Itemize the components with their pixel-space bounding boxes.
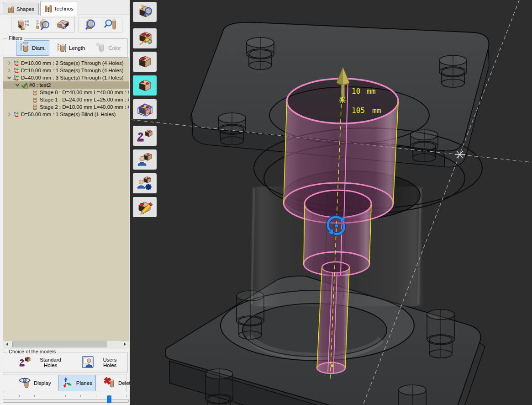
length-filter-icon <box>57 42 67 54</box>
chevron-collapsed-icon[interactable] <box>7 112 11 117</box>
techno-wizard-button[interactable] <box>133 28 157 48</box>
tree-item-label: Stage 1 : D=24.00 mm L=25.00 mm : # <box>40 97 129 102</box>
axis-end-point <box>331 364 333 367</box>
hole-tree-box: D=10.00 mm : 2 Stage(s) Through (4 Holes… <box>3 58 129 348</box>
filter-length-button[interactable]: Length <box>53 40 89 56</box>
chevron-collapsed-icon[interactable] <box>7 61 11 65</box>
planes-label: Planes <box>76 380 92 386</box>
filters-title: Filters <box>7 35 24 41</box>
scrollbar-track[interactable] <box>11 341 121 348</box>
tree-item-label: D=10.00 mm : 1 Stage(s) Through (4 Holes… <box>21 68 123 73</box>
user-holes-button[interactable] <box>133 149 157 170</box>
transparency-slider[interactable] <box>3 394 128 404</box>
color-filter-icon <box>96 42 106 54</box>
display-eye-icon <box>19 377 32 389</box>
toolbar-group-zoom <box>79 17 122 32</box>
toolbar-group-select <box>11 17 75 32</box>
tab-shapes[interactable]: Shapes <box>3 3 39 15</box>
chevron-expanded-icon[interactable] <box>7 75 11 80</box>
standard-holes-button[interactable]: Standard Holes <box>15 354 72 371</box>
shapes-icon <box>7 6 14 13</box>
slider-thumb[interactable] <box>107 395 111 403</box>
tab-technos-label: Technos <box>54 6 74 11</box>
user-settings-button[interactable] <box>133 173 157 193</box>
delete-x-icon <box>103 377 116 389</box>
tree-item-test2[interactable]: #0 : test2 <box>3 81 129 89</box>
zoom-on-techno-button[interactable] <box>81 17 100 32</box>
users-holes-icon <box>82 356 94 369</box>
scroll-left-arrow[interactable] <box>3 341 11 348</box>
display-label: Display <box>34 380 51 386</box>
users-holes-button[interactable]: Users Holes <box>78 354 127 371</box>
technos-panel: Shapes Technos <box>0 0 130 405</box>
hole-group-icon <box>13 60 20 67</box>
filter-diameter-label: Diam. <box>32 45 46 51</box>
svg-text:?: ? <box>141 4 145 11</box>
viewport-3d[interactable]: 10mm 105mm ? <box>130 0 532 405</box>
planes-axes-icon <box>62 377 74 389</box>
right-triangle-icon <box>124 342 126 346</box>
planes-button[interactable]: Planes <box>58 375 96 391</box>
tree-item-label: D=10.00 mm : 2 Stage(s) Through (4 Holes… <box>21 60 123 66</box>
tab-shapes-label: Shapes <box>16 6 34 12</box>
tree-item-label: D=50.00 mm : 1 Stage(s) Blind (1 Holes) <box>21 112 116 117</box>
stage-cylinder-icon <box>32 96 38 103</box>
tree-item-d10-2stage[interactable]: D=10.00 mm : 2 Stage(s) Through (4 Holes… <box>3 59 129 67</box>
cad-scene[interactable]: 10mm 105mm <box>130 0 532 405</box>
check-icon <box>21 82 28 89</box>
standard-holes-icon <box>19 356 31 369</box>
panel-tabbar: Shapes Technos <box>0 0 130 15</box>
filter-color-button[interactable]: Color <box>92 40 124 56</box>
stage-cylinder-icon <box>32 89 38 96</box>
tree-item-label: #0 : test2 <box>29 82 51 88</box>
models-groupbox: Choice of the models Standard Holes User… <box>3 352 128 373</box>
tree-item-d50-blind[interactable]: D=50.00 mm : 1 Stage(s) Blind (1 Holes) <box>3 111 129 118</box>
hole-tree: D=10.00 mm : 2 Stage(s) Through (4 Holes… <box>3 58 129 340</box>
models-title: Choice of the models <box>7 349 58 354</box>
axis-origin-marker <box>339 97 346 103</box>
search-techno-tree-button[interactable] <box>34 17 52 32</box>
hole-group-icon <box>13 67 20 74</box>
tree-item-label: D=40.00 mm : 3 Stage(s) Through (1 Holes… <box>21 75 123 80</box>
hole-group-icon <box>13 75 20 81</box>
left-triangle-icon <box>6 342 8 346</box>
display-button[interactable]: Display <box>15 375 55 391</box>
holes-single-button[interactable] <box>133 52 157 72</box>
tree-item-stage0[interactable]: Stage 0 : D=40.00 mm L=40.00 mm : # <box>3 89 129 96</box>
chevron-expanded-icon[interactable] <box>15 83 20 87</box>
zoom-techno-small-button[interactable] <box>101 17 120 32</box>
tree-horizontal-scrollbar[interactable] <box>3 340 129 348</box>
scrollbar-thumb[interactable] <box>12 341 107 347</box>
technos-toolbar <box>0 17 130 34</box>
standard-holes-label: Standard Holes <box>33 357 68 368</box>
techno-help-search-button[interactable]: ? <box>133 2 157 22</box>
tree-item-stage2[interactable]: Stage 2 : D=10.00 mm L=40.00 mm : # <box>3 103 129 111</box>
technos-icon <box>45 5 52 12</box>
cad-hole-recognition-window: Shapes Technos <box>0 0 532 405</box>
chevron-collapsed-icon[interactable] <box>7 68 11 73</box>
scroll-right-arrow[interactable] <box>121 341 129 348</box>
tree-item-label: Stage 2 : D=10.00 mm L=40.00 mm : # <box>40 104 129 110</box>
filters-groupbox: Filters Diam. Length <box>3 38 128 58</box>
actions-toolbar: Display Planes Delete <box>3 374 127 392</box>
pick-techno-cylinder-button[interactable] <box>14 17 32 32</box>
tree-item-d10-1stage[interactable]: D=10.00 mm : 1 Stage(s) Through (4 Holes… <box>3 67 129 74</box>
holes-wireframe-button[interactable] <box>133 99 157 119</box>
filter-diameter-button[interactable]: Diam. <box>16 40 49 56</box>
holes-multi-button[interactable] <box>133 75 157 96</box>
tree-item-d40-3stage[interactable]: D=40.00 mm : 3 Stage(s) Through (1 Holes… <box>3 74 129 81</box>
tree-item-stage1[interactable]: Stage 1 : D=24.00 mm L=25.00 mm : # <box>3 96 129 103</box>
standard-holes-tool-button[interactable] <box>133 126 157 146</box>
hole-group-icon <box>13 111 20 118</box>
pick-solid-button[interactable] <box>54 17 72 32</box>
users-holes-label: Users Holes <box>96 357 124 368</box>
stage-cylinder-icon <box>32 104 38 111</box>
tab-technos[interactable]: Technos <box>40 1 78 16</box>
diameter-filter-icon <box>20 42 30 54</box>
filter-length-label: Length <box>69 45 85 51</box>
filter-color-label: Color <box>108 45 121 51</box>
tree-item-label: Stage 0 : D=40.00 mm L=40.00 mm : # <box>40 90 129 95</box>
edit-holes-button[interactable] <box>133 197 157 217</box>
